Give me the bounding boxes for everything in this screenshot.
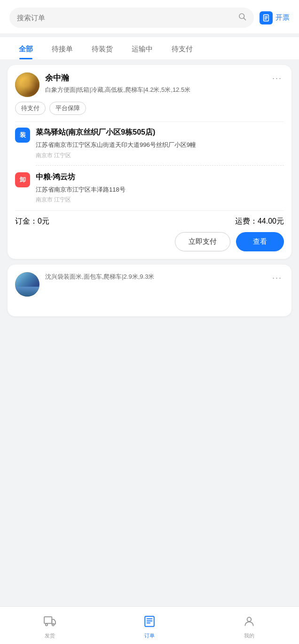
orders-icon xyxy=(143,615,156,630)
unload-content: 中粮·鸿云坊 江苏省南京市江宁区丰泽路118号 南京市 江宁区 xyxy=(36,172,284,204)
order-card-1: 余中瀚 白象方便面|纸箱|冷藏,高低板,爬梯车|4.2米,5米,12.5米 ··… xyxy=(8,65,291,259)
load-icon: 装 xyxy=(15,128,30,143)
tab-pending-accept[interactable]: 待接单 xyxy=(42,37,82,59)
freight-value: 44.00元 xyxy=(258,217,284,225)
freight-label: 运费： xyxy=(235,217,258,225)
freight-info: 运费：44.00元 xyxy=(235,217,284,226)
deposit-info: 订金：0元 xyxy=(15,217,49,226)
nav-profile[interactable]: 我的 xyxy=(199,612,299,639)
tag-pending-pay: 待支付 xyxy=(15,102,46,115)
svg-point-13 xyxy=(247,617,252,621)
shipping-icon xyxy=(44,615,56,630)
profile-icon xyxy=(243,615,255,630)
unload-title: 中粮·鸿云坊 xyxy=(36,172,284,182)
customer-name: 余中瀚 xyxy=(45,72,265,83)
unload-point: 卸 中粮·鸿云坊 江苏省南京市江宁区丰泽路118号 南京市 江宁区 xyxy=(15,172,284,204)
load-address: 江苏省南京市江宁区东山街道天印大道996号丝织厂小区9幢 xyxy=(36,140,284,150)
search-bar[interactable] xyxy=(9,8,254,28)
avatar xyxy=(15,72,39,97)
avatar-2 xyxy=(15,272,39,297)
order-description: 白象方便面|纸箱|冷藏,高低板,爬梯车|4.2米,5米,12.5米 xyxy=(45,85,265,95)
search-input[interactable] xyxy=(17,14,234,22)
deposit-label: 订金： xyxy=(15,217,38,225)
invoice-button[interactable]: 开票 xyxy=(260,11,290,24)
card-header: 余中瀚 白象方便面|纸箱|冷藏,高低板,爬梯车|4.2米,5米,12.5米 ··… xyxy=(15,72,284,97)
unload-city: 南京市 江宁区 xyxy=(36,196,284,204)
route-section: 装 菜鸟驿站(南京丝织厂小区9栋505店) 江苏省南京市江宁区东山街道天印大道9… xyxy=(15,121,284,204)
card-2-info: 沈兴袋装面米,面包车,爬梯车|2.9米,9.3米 xyxy=(45,272,265,282)
nav-orders-label: 订单 xyxy=(144,632,155,639)
action-buttons: 立即支付 查看 xyxy=(15,232,284,251)
load-title: 菜鸟驿站(南京丝织厂小区9栋505店) xyxy=(36,128,284,137)
more-button[interactable]: ··· xyxy=(270,72,284,84)
view-button[interactable]: 查看 xyxy=(236,232,284,251)
order-card-2: 沈兴袋装面米,面包车,爬梯车|2.9米,9.3米 ··· xyxy=(8,265,291,316)
svg-point-8 xyxy=(52,624,54,626)
unload-icon: 卸 xyxy=(15,172,30,187)
price-row: 订金：0元 运费：44.00元 xyxy=(15,217,284,226)
svg-point-7 xyxy=(46,624,47,626)
more-button-2[interactable]: ··· xyxy=(270,272,284,284)
tab-in-transit[interactable]: 运输中 xyxy=(122,37,162,59)
card-info: 余中瀚 白象方便面|纸箱|冷藏,高低板,爬梯车|4.2米,5米,12.5米 xyxy=(45,72,265,95)
load-city: 南京市 江宁区 xyxy=(36,152,284,160)
invoice-label: 开票 xyxy=(275,13,290,22)
nav-shipping-label: 发货 xyxy=(45,632,55,639)
nav-profile-label: 我的 xyxy=(244,632,254,639)
svg-rect-9 xyxy=(145,616,154,627)
nav-shipping[interactable]: 发货 xyxy=(0,612,100,639)
tabs-container: 全部 待接单 待装货 运输中 待支付 xyxy=(0,37,299,59)
tab-all[interactable]: 全部 xyxy=(9,37,42,59)
svg-rect-6 xyxy=(44,617,52,623)
load-point: 装 菜鸟驿站(南京丝织厂小区9栋505店) 江苏省南京市江宁区东山街道天印大道9… xyxy=(15,128,284,166)
tab-pending-load[interactable]: 待装货 xyxy=(82,37,122,59)
card-2-header: 沈兴袋装面米,面包车,爬梯车|2.9米,9.3米 ··· xyxy=(15,272,284,297)
bottom-nav: 发货 订单 我的 xyxy=(0,606,299,644)
load-content: 菜鸟驿站(南京丝织厂小区9栋505店) 江苏省南京市江宁区东山街道天印大道996… xyxy=(36,128,284,166)
search-icon xyxy=(238,12,246,23)
invoice-icon xyxy=(260,11,273,24)
tab-pending-pay[interactable]: 待支付 xyxy=(162,37,202,59)
unload-address: 江苏省南京市江宁区丰泽路118号 xyxy=(36,185,284,194)
deposit-value: 0元 xyxy=(38,217,49,225)
card-2-description: 沈兴袋装面米,面包车,爬梯车|2.9米,9.3米 xyxy=(45,272,265,282)
card-footer: 订金：0元 运费：44.00元 立即支付 查看 xyxy=(15,210,284,251)
pay-now-button[interactable]: 立即支付 xyxy=(175,232,230,251)
nav-orders[interactable]: 订单 xyxy=(100,612,199,639)
avatar-image xyxy=(15,72,39,97)
header: 开票 xyxy=(0,0,299,33)
svg-line-1 xyxy=(244,18,245,20)
order-tags: 待支付 平台保障 xyxy=(15,102,284,115)
tag-platform-guarantee: 平台保障 xyxy=(49,102,86,115)
